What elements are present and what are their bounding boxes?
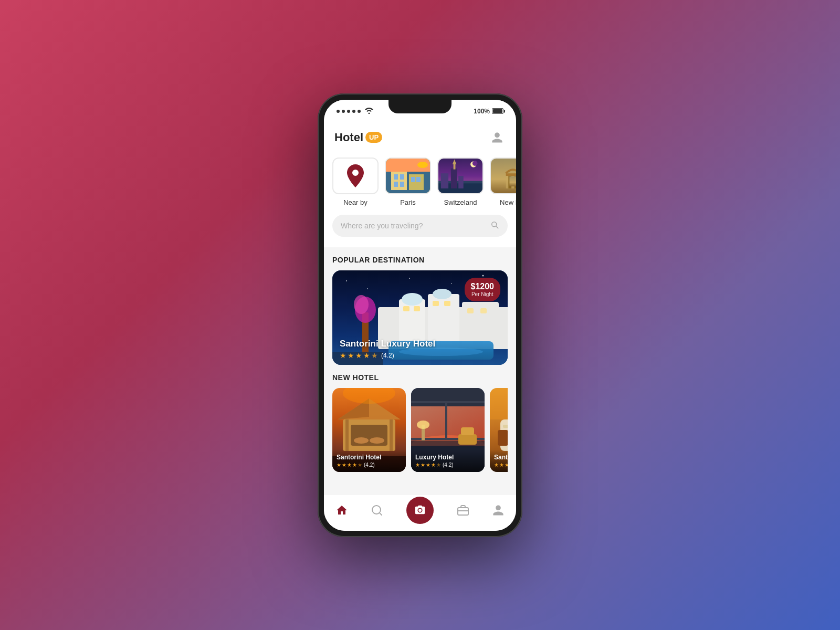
hc-star-4: ★ — [352, 462, 357, 468]
hc-star-1: ★ — [337, 462, 341, 468]
svg-rect-3 — [394, 174, 398, 180]
signal-dot-5 — [358, 110, 361, 113]
svg-rect-9 — [416, 177, 421, 182]
nav-profile[interactable] — [492, 504, 505, 517]
signal-area — [337, 107, 373, 116]
svg-point-30 — [367, 288, 368, 289]
popular-section: POPULAR DESTINATION — [324, 247, 516, 365]
search-bar[interactable]: Where are you traveling? — [332, 215, 508, 237]
paris-image — [386, 159, 431, 194]
signal-dot-1 — [337, 110, 340, 113]
svg-point-33 — [482, 275, 484, 276]
battery-fill — [493, 109, 502, 113]
santorini-hotel-overlay: Santorini Hotel ★ ★ ★ ★ ★ (4.2) — [332, 449, 406, 472]
search-nav-icon — [371, 504, 383, 517]
phone-screen: 100% Hotel UP — [324, 100, 516, 531]
s3-star-3: ★ — [505, 462, 508, 468]
location-chip-paris[interactable]: Paris — [385, 158, 431, 206]
luxury-hotel-overlay: Luxury Hotel ★ ★ ★ ★ ★ (4.2) — [411, 449, 485, 472]
bottom-nav — [324, 494, 516, 531]
svg-rect-43 — [444, 301, 450, 306]
battery-icon — [492, 108, 503, 114]
svg-point-60 — [370, 437, 384, 444]
location-chip-newdelhi[interactable]: New D... — [490, 158, 516, 206]
location-chip-switzerland[interactable]: Switzeland — [437, 158, 484, 206]
svg-rect-6 — [400, 182, 404, 187]
nav-camera[interactable] — [406, 497, 434, 524]
s3-star-1: ★ — [494, 462, 499, 468]
briefcase-icon — [457, 504, 469, 517]
rating-text: (4.2) — [381, 352, 394, 359]
lh-star-5: ★ — [436, 462, 441, 468]
star-3: ★ — [355, 351, 362, 360]
svg-rect-67 — [411, 388, 485, 406]
svg-point-38 — [402, 293, 423, 306]
newdelhi-image — [491, 158, 516, 194]
svg-rect-15 — [441, 173, 448, 188]
santori3-hotel-overlay: Santori... ★ ★ ★ ★ ★ — [490, 449, 508, 472]
star-4: ★ — [363, 351, 370, 360]
svg-point-50 — [354, 295, 369, 314]
location-pin-icon — [346, 164, 365, 187]
s3-star-2: ★ — [499, 462, 504, 468]
popular-hotel-stars: ★ ★ ★ ★ ★ (4.2) — [340, 351, 435, 360]
svg-rect-73 — [461, 427, 474, 435]
svg-rect-41 — [414, 306, 420, 311]
hotel-card-luxury[interactable]: Luxury Hotel ★ ★ ★ ★ ★ (4.2) — [411, 388, 485, 472]
camera-icon — [414, 505, 426, 516]
user-icon — [491, 131, 503, 144]
svg-rect-85 — [490, 388, 508, 419]
svg-rect-42 — [433, 301, 439, 306]
new-hotel-section: NEW HOTEL — [324, 373, 516, 480]
camera-button[interactable] — [406, 497, 434, 524]
search-icon — [490, 220, 499, 232]
paris-thumb — [385, 158, 431, 194]
svg-point-29 — [346, 280, 347, 281]
app-content[interactable]: Hotel UP Near b — [324, 123, 516, 494]
location-chip-nearby[interactable]: Near by — [332, 158, 379, 206]
svg-rect-5 — [394, 182, 398, 187]
nearby-label: Near by — [343, 198, 368, 206]
user-nav-icon — [492, 504, 505, 517]
luxury-hotel-name: Luxury Hotel — [415, 454, 480, 461]
svg-rect-40 — [403, 306, 410, 311]
nav-bookings[interactable] — [457, 504, 469, 517]
hc-star-3: ★ — [347, 462, 352, 468]
nav-home[interactable] — [335, 504, 348, 517]
switzerland-image — [438, 158, 482, 194]
newdelhi-thumb — [490, 158, 516, 194]
profile-button[interactable] — [489, 129, 506, 146]
santori3-hotel-stars: ★ ★ ★ ★ ★ — [494, 462, 508, 468]
paris-scene — [386, 159, 430, 193]
hc-star-5: ★ — [358, 462, 362, 468]
hc-star-2: ★ — [342, 462, 346, 468]
svg-rect-79 — [498, 430, 508, 446]
home-icon — [335, 504, 348, 517]
svg-point-59 — [354, 437, 369, 444]
lh-star-1: ★ — [415, 462, 420, 468]
svg-rect-78 — [503, 425, 508, 428]
svg-point-31 — [409, 278, 410, 279]
svg-rect-69 — [411, 401, 485, 403]
wifi-icon — [365, 107, 373, 116]
app-logo: Hotel UP — [334, 131, 382, 144]
svg-point-21 — [472, 161, 478, 166]
santorini-hotel-name: Santorini Hotel — [337, 454, 402, 461]
nav-search[interactable] — [371, 504, 383, 517]
switzerland-label: Switzeland — [444, 198, 477, 206]
svg-rect-71 — [445, 401, 447, 440]
svg-point-39 — [433, 289, 452, 299]
status-bar: 100% — [324, 100, 516, 123]
popular-section-title: POPULAR DESTINATION — [332, 256, 508, 264]
nearby-thumb — [332, 158, 379, 194]
bottom-spacer — [324, 480, 516, 489]
svg-rect-44 — [467, 308, 474, 313]
hotel-card-santorini[interactable]: Santorini Hotel ★ ★ ★ ★ ★ (4.2) — [332, 388, 406, 472]
app-header: Hotel UP — [324, 123, 516, 152]
phone-frame: 100% Hotel UP — [318, 93, 522, 537]
popular-card-info: Santorini Luxury Hotel ★ ★ ★ ★ ★ (4.2) — [340, 339, 435, 360]
location-chips-row[interactable]: Near by — [324, 152, 516, 215]
signal-dot-3 — [347, 110, 350, 113]
popular-destination-card[interactable]: $1200 Per Night Santorini Luxury Hotel ★… — [332, 270, 508, 365]
hotel-card-santori3[interactable]: Santori... ★ ★ ★ ★ ★ — [490, 388, 508, 472]
